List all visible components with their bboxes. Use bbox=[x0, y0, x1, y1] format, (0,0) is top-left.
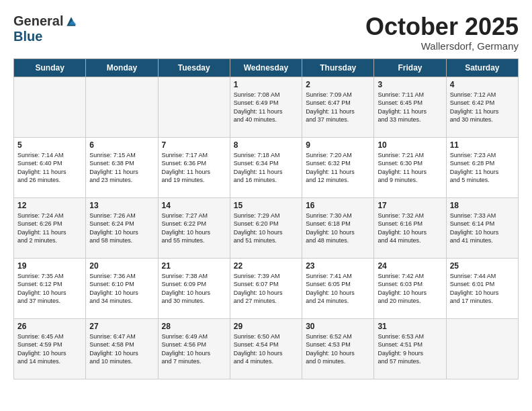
calendar-cell: 16Sunrise: 7:30 AM Sunset: 6:18 PM Dayli… bbox=[302, 197, 374, 258]
day-number: 8 bbox=[234, 140, 298, 150]
day-number: 13 bbox=[89, 201, 154, 210]
day-number: 21 bbox=[162, 261, 226, 271]
day-number: 25 bbox=[450, 261, 515, 271]
calendar-cell: 23Sunrise: 7:41 AM Sunset: 6:05 PM Dayli… bbox=[302, 258, 374, 318]
day-info: Sunrise: 7:39 AM Sunset: 6:07 PM Dayligh… bbox=[234, 272, 298, 306]
weekday-header-row: SundayMondayTuesdayWednesdayThursdayFrid… bbox=[14, 58, 519, 77]
day-info: Sunrise: 7:20 AM Sunset: 6:32 PM Dayligh… bbox=[306, 151, 370, 185]
day-number: 2 bbox=[306, 80, 370, 89]
day-info: Sunrise: 7:11 AM Sunset: 6:45 PM Dayligh… bbox=[378, 91, 442, 124]
day-number: 3 bbox=[378, 80, 442, 89]
day-info: Sunrise: 7:32 AM Sunset: 6:16 PM Dayligh… bbox=[378, 212, 442, 245]
day-number: 6 bbox=[89, 140, 154, 150]
weekday-header-cell: Monday bbox=[86, 58, 158, 77]
calendar-cell bbox=[86, 77, 158, 137]
day-number: 18 bbox=[450, 201, 515, 210]
calendar-week-row: 5Sunrise: 7:14 AM Sunset: 6:40 PM Daylig… bbox=[14, 137, 519, 197]
month-title: October 2025 bbox=[365, 13, 519, 40]
calendar-cell: 19Sunrise: 7:35 AM Sunset: 6:12 PM Dayli… bbox=[14, 258, 86, 318]
day-number: 16 bbox=[306, 201, 370, 210]
weekday-header-cell: Wednesday bbox=[230, 58, 302, 77]
calendar-cell: 6Sunrise: 7:15 AM Sunset: 6:38 PM Daylig… bbox=[86, 137, 158, 197]
calendar-cell: 17Sunrise: 7:32 AM Sunset: 6:16 PM Dayli… bbox=[374, 197, 446, 258]
calendar-week-row: 26Sunrise: 6:45 AM Sunset: 4:59 PM Dayli… bbox=[14, 318, 519, 379]
calendar-table: SundayMondayTuesdayWednesdayThursdayFrid… bbox=[13, 58, 519, 379]
weekday-header-cell: Sunday bbox=[14, 58, 86, 77]
calendar-week-row: 12Sunrise: 7:24 AM Sunset: 6:26 PM Dayli… bbox=[14, 197, 519, 258]
weekday-header-cell: Friday bbox=[374, 58, 446, 77]
calendar-cell bbox=[14, 77, 86, 137]
calendar-cell: 7Sunrise: 7:17 AM Sunset: 6:36 PM Daylig… bbox=[158, 137, 230, 197]
calendar-cell: 30Sunrise: 6:52 AM Sunset: 4:53 PM Dayli… bbox=[302, 318, 374, 379]
logo-icon bbox=[64, 15, 78, 28]
day-info: Sunrise: 7:44 AM Sunset: 6:01 PM Dayligh… bbox=[450, 272, 515, 306]
day-info: Sunrise: 6:49 AM Sunset: 4:56 PM Dayligh… bbox=[162, 332, 226, 366]
day-info: Sunrise: 7:36 AM Sunset: 6:10 PM Dayligh… bbox=[89, 272, 154, 306]
title-block: October 2025 Wallersdorf, Germany bbox=[365, 13, 519, 52]
day-number: 15 bbox=[234, 201, 298, 210]
day-info: Sunrise: 7:12 AM Sunset: 6:42 PM Dayligh… bbox=[450, 91, 515, 124]
calendar-cell bbox=[158, 77, 230, 137]
weekday-header-cell: Saturday bbox=[446, 58, 518, 77]
calendar-cell bbox=[446, 318, 518, 379]
calendar-cell: 1Sunrise: 7:08 AM Sunset: 6:49 PM Daylig… bbox=[230, 77, 302, 137]
day-number: 11 bbox=[450, 140, 515, 150]
day-info: Sunrise: 7:27 AM Sunset: 6:22 PM Dayligh… bbox=[162, 212, 226, 245]
calendar-cell: 3Sunrise: 7:11 AM Sunset: 6:45 PM Daylig… bbox=[374, 77, 446, 137]
calendar-cell: 20Sunrise: 7:36 AM Sunset: 6:10 PM Dayli… bbox=[86, 258, 158, 318]
day-number: 17 bbox=[378, 201, 442, 210]
calendar-cell: 29Sunrise: 6:50 AM Sunset: 4:54 PM Dayli… bbox=[230, 318, 302, 379]
calendar-cell: 12Sunrise: 7:24 AM Sunset: 6:26 PM Dayli… bbox=[14, 197, 86, 258]
day-number: 5 bbox=[17, 140, 82, 150]
calendar-cell: 25Sunrise: 7:44 AM Sunset: 6:01 PM Dayli… bbox=[446, 258, 518, 318]
day-number: 26 bbox=[17, 322, 82, 331]
day-info: Sunrise: 7:26 AM Sunset: 6:24 PM Dayligh… bbox=[89, 212, 154, 245]
day-number: 27 bbox=[89, 322, 154, 331]
calendar-cell: 10Sunrise: 7:21 AM Sunset: 6:30 PM Dayli… bbox=[374, 137, 446, 197]
calendar-cell: 24Sunrise: 7:42 AM Sunset: 6:03 PM Dayli… bbox=[374, 258, 446, 318]
logo-general-text: General bbox=[13, 13, 63, 29]
day-number: 14 bbox=[162, 201, 226, 210]
location-subtitle: Wallersdorf, Germany bbox=[365, 40, 519, 52]
day-number: 7 bbox=[162, 140, 226, 150]
day-number: 19 bbox=[17, 261, 82, 271]
day-number: 4 bbox=[450, 80, 515, 89]
calendar-cell: 9Sunrise: 7:20 AM Sunset: 6:32 PM Daylig… bbox=[302, 137, 374, 197]
weekday-header-cell: Thursday bbox=[302, 58, 374, 77]
day-number: 30 bbox=[306, 322, 370, 331]
calendar-cell: 31Sunrise: 6:53 AM Sunset: 4:51 PM Dayli… bbox=[374, 318, 446, 379]
day-number: 29 bbox=[234, 322, 298, 331]
weekday-header-cell: Tuesday bbox=[158, 58, 230, 77]
day-info: Sunrise: 6:45 AM Sunset: 4:59 PM Dayligh… bbox=[17, 332, 82, 366]
logo: General Blue bbox=[13, 13, 78, 44]
day-number: 1 bbox=[234, 80, 298, 89]
calendar-cell: 13Sunrise: 7:26 AM Sunset: 6:24 PM Dayli… bbox=[86, 197, 158, 258]
calendar-cell: 14Sunrise: 7:27 AM Sunset: 6:22 PM Dayli… bbox=[158, 197, 230, 258]
day-info: Sunrise: 6:50 AM Sunset: 4:54 PM Dayligh… bbox=[234, 332, 298, 366]
calendar-body: 1Sunrise: 7:08 AM Sunset: 6:49 PM Daylig… bbox=[14, 77, 519, 379]
day-number: 9 bbox=[306, 140, 370, 150]
day-info: Sunrise: 7:15 AM Sunset: 6:38 PM Dayligh… bbox=[89, 151, 154, 185]
day-info: Sunrise: 7:30 AM Sunset: 6:18 PM Dayligh… bbox=[306, 212, 370, 245]
day-info: Sunrise: 6:52 AM Sunset: 4:53 PM Dayligh… bbox=[306, 332, 370, 366]
day-info: Sunrise: 7:18 AM Sunset: 6:34 PM Dayligh… bbox=[234, 151, 298, 185]
calendar-cell: 21Sunrise: 7:38 AM Sunset: 6:09 PM Dayli… bbox=[158, 258, 230, 318]
calendar-cell: 27Sunrise: 6:47 AM Sunset: 4:58 PM Dayli… bbox=[86, 318, 158, 379]
day-info: Sunrise: 7:23 AM Sunset: 6:28 PM Dayligh… bbox=[450, 151, 515, 185]
calendar-cell: 11Sunrise: 7:23 AM Sunset: 6:28 PM Dayli… bbox=[446, 137, 518, 197]
calendar-cell: 22Sunrise: 7:39 AM Sunset: 6:07 PM Dayli… bbox=[230, 258, 302, 318]
day-number: 10 bbox=[378, 140, 442, 150]
day-info: Sunrise: 7:21 AM Sunset: 6:30 PM Dayligh… bbox=[378, 151, 442, 185]
calendar-week-row: 1Sunrise: 7:08 AM Sunset: 6:49 PM Daylig… bbox=[14, 77, 519, 137]
day-info: Sunrise: 7:42 AM Sunset: 6:03 PM Dayligh… bbox=[378, 272, 442, 306]
day-info: Sunrise: 7:35 AM Sunset: 6:12 PM Dayligh… bbox=[17, 272, 82, 306]
calendar-week-row: 19Sunrise: 7:35 AM Sunset: 6:12 PM Dayli… bbox=[14, 258, 519, 318]
day-info: Sunrise: 7:08 AM Sunset: 6:49 PM Dayligh… bbox=[234, 91, 298, 124]
day-info: Sunrise: 7:29 AM Sunset: 6:20 PM Dayligh… bbox=[234, 212, 298, 245]
calendar-cell: 4Sunrise: 7:12 AM Sunset: 6:42 PM Daylig… bbox=[446, 77, 518, 137]
day-number: 12 bbox=[17, 201, 82, 210]
calendar-cell: 26Sunrise: 6:45 AM Sunset: 4:59 PM Dayli… bbox=[14, 318, 86, 379]
day-info: Sunrise: 6:47 AM Sunset: 4:58 PM Dayligh… bbox=[89, 332, 154, 366]
day-info: Sunrise: 7:14 AM Sunset: 6:40 PM Dayligh… bbox=[17, 151, 82, 185]
day-number: 23 bbox=[306, 261, 370, 271]
